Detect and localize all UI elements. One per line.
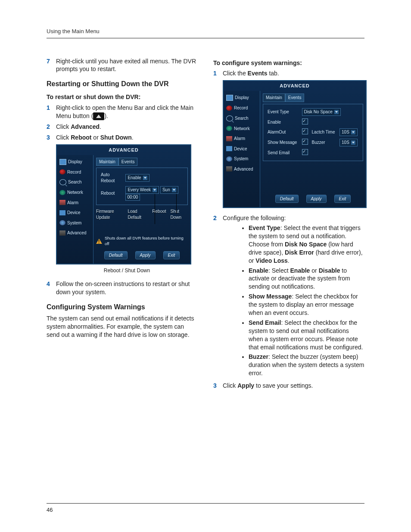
- sidebar-item-system[interactable]: System: [224, 154, 260, 164]
- page-footer: 46: [47, 503, 364, 514]
- globe-icon: [59, 190, 65, 195]
- device-icon: [59, 210, 65, 215]
- sidebar-item-record[interactable]: Record: [57, 167, 93, 177]
- day-select[interactable]: Sun: [160, 186, 178, 194]
- page-number: 46: [47, 506, 364, 514]
- label-send-email: Send Email: [266, 148, 300, 158]
- dvr-main: Maintain Events Auto Reboot Enable: [93, 155, 190, 264]
- default-button[interactable]: Default: [275, 195, 299, 203]
- step-body: Configure the following: Event Type: Sel…: [223, 214, 364, 379]
- dvr-screenshot-maintain: ADVANCED Display Record Search Network A…: [56, 144, 191, 264]
- step-number: 3: [213, 382, 223, 390]
- period-select[interactable]: Every Week: [125, 186, 159, 194]
- latch-select[interactable]: 10S: [339, 128, 358, 136]
- step-body: Click Reboot or Shut Down.: [56, 134, 198, 142]
- apply-button[interactable]: Apply: [306, 195, 327, 203]
- events-panel: Event Type Disk No Space Enable AlarmOut: [263, 104, 363, 161]
- sidebar-item-advanced[interactable]: Advanced: [224, 164, 260, 174]
- gear-icon: [59, 220, 65, 225]
- show-message-checkbox[interactable]: [302, 139, 308, 145]
- step-body: Click Advanced.: [56, 123, 198, 131]
- record-icon: [59, 169, 65, 174]
- alarmout-checkbox[interactable]: [302, 128, 308, 134]
- sidebar-item-display[interactable]: Display: [224, 93, 260, 103]
- maintain-panel: Auto Reboot Enable Reboot Every Week Sun: [96, 168, 188, 205]
- gear-icon: [226, 156, 232, 162]
- event-type-select[interactable]: Disk No Space: [302, 108, 341, 116]
- home-icon: [96, 115, 101, 118]
- subheading-configure: To configure system warnings:: [213, 59, 364, 67]
- text: Click: [56, 123, 71, 130]
- list-item: Enable: Select Enable or Disable to acti…: [249, 267, 364, 291]
- chevron-down-icon: [153, 188, 157, 192]
- step-3-right: 3 Click Apply to save your settings.: [213, 382, 364, 390]
- sidebar-item-device[interactable]: Device: [224, 144, 260, 154]
- auto-reboot-select[interactable]: Enable: [125, 174, 149, 182]
- buzzer-select[interactable]: 10S: [339, 139, 358, 146]
- sidebar-item-alarm[interactable]: Alarm: [224, 134, 260, 144]
- sidebar-item-record[interactable]: Record: [224, 103, 260, 113]
- text: ).: [104, 112, 108, 119]
- link-load-default[interactable]: Load Default: [128, 208, 148, 220]
- dvr-main: Maintain Events Event Type Disk No Space: [260, 91, 366, 207]
- chevron-down-icon: [172, 188, 176, 192]
- sidebar-item-search[interactable]: Search: [57, 177, 93, 187]
- exit-button[interactable]: Exit: [334, 195, 351, 203]
- step-number: 3: [47, 134, 56, 142]
- text: .: [132, 134, 134, 141]
- step-body: Follow the on-screen instructions to res…: [56, 280, 198, 296]
- label-event-type: Event Type: [266, 107, 300, 117]
- send-email-checkbox[interactable]: [302, 149, 308, 155]
- enable-checkbox[interactable]: [302, 118, 308, 124]
- tools-icon: [226, 166, 232, 171]
- bold-term: Reboot: [71, 134, 91, 141]
- paragraph: The system can send out email notificati…: [47, 314, 198, 339]
- record-icon: [226, 106, 232, 111]
- dvr-sidebar: Display Record Search Network Alarm Devi…: [57, 155, 93, 264]
- dvr-screenshot-events: ADVANCED Display Record Search Network A…: [223, 80, 367, 208]
- sidebar-item-network[interactable]: Network: [57, 187, 93, 198]
- text: or: [91, 134, 100, 141]
- link-shutdown[interactable]: Shut Down: [171, 208, 188, 220]
- label-auto-reboot: Auto Reboot: [99, 171, 124, 185]
- chevron-down-icon: [351, 140, 355, 145]
- label-latch: Lactch Time: [310, 127, 338, 137]
- label-enable: Enable: [266, 117, 300, 128]
- bold-term: Shut Down: [100, 134, 132, 141]
- tab-maintain[interactable]: Maintain: [96, 158, 118, 166]
- apply-button[interactable]: Apply: [135, 251, 156, 260]
- right-column: To configure system warnings: 1 Click th…: [213, 55, 364, 392]
- default-button[interactable]: Default: [104, 251, 128, 260]
- sidebar-item-search[interactable]: Search: [224, 113, 260, 124]
- step-number: 7: [47, 57, 56, 74]
- sidebar-item-alarm[interactable]: Alarm: [57, 198, 93, 208]
- step-body: Right-click to open the Menu Bar and cli…: [56, 104, 198, 120]
- bold-term: Apply: [237, 382, 254, 389]
- text: Right-click to open the Menu Bar and cli…: [56, 104, 193, 119]
- callout-line-shutdown: [176, 194, 177, 214]
- label-alarmout: AlarmOut: [266, 127, 300, 137]
- time-input[interactable]: 00:00: [125, 194, 140, 201]
- sidebar-item-display[interactable]: Display: [57, 157, 93, 167]
- sidebar-item-system[interactable]: System: [57, 218, 93, 228]
- chevron-down-icon: [143, 176, 147, 180]
- step-number: 1: [47, 104, 56, 120]
- monitor-icon: [59, 159, 66, 165]
- tab-events[interactable]: Events: [118, 158, 138, 166]
- tooltip-text: Shuts down all DVR features before turni…: [105, 236, 188, 247]
- step-body: Click Apply to save your settings.: [223, 382, 364, 390]
- top-rule: [47, 38, 364, 38]
- link-firmware[interactable]: Firmware Update: [96, 208, 123, 220]
- alarm-icon: [59, 200, 65, 205]
- tab-events[interactable]: Events: [285, 93, 305, 102]
- sidebar-item-device[interactable]: Device: [57, 208, 93, 218]
- sidebar-item-advanced[interactable]: Advanced: [57, 228, 93, 238]
- tools-icon: [59, 230, 65, 236]
- sidebar-item-network[interactable]: Network: [224, 124, 260, 134]
- list-item: Show Message: Select the checkbox for th…: [249, 292, 364, 317]
- step-number: 2: [47, 123, 56, 131]
- chevron-down-icon: [334, 110, 339, 114]
- exit-button[interactable]: Exit: [163, 251, 180, 260]
- left-column: 7 Right-click until you have exited all …: [47, 55, 198, 392]
- tab-maintain[interactable]: Maintain: [263, 93, 285, 102]
